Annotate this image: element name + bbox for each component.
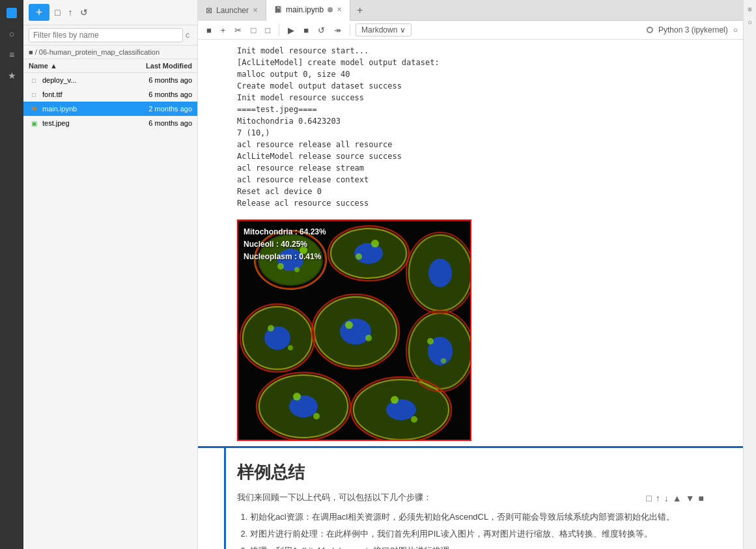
image-annotation: Mitochondria : 64.23% Nucleoli : 40.25% … (244, 226, 326, 264)
markdown-intro: 我们来回顾一下以上代码，可以包括以下几个步骤： □ ↑ ↓ ▲ ▼ ■ (237, 492, 704, 503)
svg-point-24 (289, 395, 318, 417)
svg-point-46 (313, 413, 320, 419)
action-up[interactable]: ↑ (656, 493, 660, 503)
svg-point-45 (293, 393, 301, 401)
file-item-test-jpeg[interactable]: ▣ test.jpeg 6 months ago (23, 116, 197, 130)
svg-point-22 (340, 318, 371, 345)
annotation-nucleoli: Nucleoli : 40.25% (244, 238, 326, 251)
kernel-label: Python 3 (ipykernel) (658, 25, 728, 35)
nb-restart-btn[interactable]: ↺ (315, 24, 328, 36)
svg-point-25 (386, 399, 416, 420)
right-sidebar: ≡ ○ (743, 0, 756, 549)
sort-icon[interactable]: ▲ (50, 62, 57, 70)
kernel-status-icon (647, 27, 653, 33)
microscopy-image: Mitochondria : 64.23% Nucleoli : 40.25% … (237, 219, 471, 441)
tab-launcher-label: Launcher (216, 6, 249, 15)
action-move-down[interactable]: ▼ (686, 493, 695, 503)
action-copy[interactable]: □ (646, 493, 651, 503)
annotation-mitochondria: Mitochondria : 64.23% (244, 226, 326, 238)
svg-point-40 (365, 335, 372, 341)
cell-type-label: Markdown (361, 25, 397, 35)
notebook-toolbar: ■ + ✂ □ □ ▶ ■ ↺ ↠ Markdown ∨ Python 3 (i… (198, 21, 743, 40)
svg-point-44 (441, 358, 446, 363)
file-sidebar: + □ ↑ ↺ c ■ / 06-human_protein_map_class… (23, 0, 198, 549)
main-area: ⊠ Launcher ✕ 📓 main.ipynb ✕ + ■ + ✂ □ □ … (198, 0, 743, 549)
tab-launcher-close[interactable]: ✕ (253, 7, 258, 14)
nb-save-btn[interactable]: ■ (203, 24, 215, 36)
search-input[interactable] (29, 28, 183, 42)
nb-run-btn[interactable]: ▶ (285, 24, 298, 36)
nb-stop-btn[interactable]: ■ (300, 24, 312, 36)
svg-point-47 (391, 396, 399, 404)
svg-point-38 (356, 253, 362, 260)
file-icon-page: □ (29, 89, 39, 100)
tab-notebook-close[interactable]: ✕ (337, 6, 342, 13)
breadcrumb: ■ / 06-human_protein_map_classification (23, 46, 197, 59)
action-delete[interactable]: ■ (699, 493, 704, 503)
file-icon-image: ▣ (29, 118, 39, 128)
sidebar-refresh-btn[interactable]: ↺ (77, 6, 91, 19)
tab-notebook-icon: 📓 (274, 6, 282, 13)
cell-type-dropdown[interactable]: Markdown ∨ (356, 23, 412, 36)
svg-point-43 (427, 338, 434, 345)
date-column-header: Last Modified (130, 62, 192, 70)
file-date: 6 months ago (133, 119, 192, 127)
right-icon-1[interactable]: ≡ (748, 5, 751, 13)
markdown-actions: □ ↑ ↓ ▲ ▼ ■ (646, 492, 704, 503)
sidebar-folder-btn[interactable]: □ (52, 6, 63, 19)
toolbar-separator (279, 24, 279, 36)
nb-restart-run-btn[interactable]: ↠ (331, 24, 344, 36)
activity-files[interactable] (3, 4, 21, 22)
tab-bar: ⊠ Launcher ✕ 📓 main.ipynb ✕ + (198, 0, 743, 21)
file-name: font.ttf (42, 91, 133, 98)
action-down[interactable]: ↓ (664, 493, 669, 503)
right-icon-2[interactable]: ○ (748, 18, 752, 26)
svg-point-42 (288, 345, 293, 350)
intro-text: 我们来回顾一下以上代码，可以包括以下几个步骤： (237, 492, 432, 503)
step-3: 推理：利用AclLiteModel.execute接口对图片进行推理。 (250, 542, 704, 549)
nb-paste-btn[interactable]: □ (262, 24, 273, 36)
markdown-content: 样例总结 我们来回顾一下以上代码，可以包括以下几个步骤： □ ↑ ↓ ▲ ▼ ■… (198, 446, 743, 549)
file-name: main.ipynb (42, 105, 133, 113)
kernel-idle-icon: ○ (733, 25, 738, 35)
file-item-deploy[interactable]: □ deploy_v... 6 months ago (23, 73, 197, 87)
nb-add-cell-btn[interactable]: + (217, 24, 229, 36)
activity-circle[interactable]: ○ (3, 25, 21, 43)
file-item-main-notebook[interactable]: M main.ipynb 2 months ago (23, 102, 197, 116)
search-clear[interactable]: c (183, 31, 192, 40)
tab-notebook-label: main.ipynb (286, 5, 324, 14)
notebook-content: Init model resource start... [AclLiteMod… (198, 40, 743, 549)
activity-star[interactable]: ★ (3, 66, 21, 85)
file-icon-notebook: M (29, 104, 39, 114)
name-column-header: Name (29, 62, 48, 70)
tab-unsaved-dot (328, 7, 333, 12)
svg-point-36 (294, 267, 300, 272)
nb-cut-btn[interactable]: ✂ (231, 24, 245, 36)
file-date: 2 months ago (133, 105, 192, 113)
file-item-font[interactable]: □ font.ttf 6 months ago (23, 87, 197, 102)
markdown-cell: 样例总结 我们来回顾一下以上代码，可以包括以下几个步骤： □ ↑ ↓ ▲ ▼ ■… (198, 446, 743, 549)
search-bar: c (23, 25, 197, 46)
svg-point-19 (354, 243, 383, 264)
svg-point-41 (268, 325, 274, 331)
tab-main-notebook[interactable]: 📓 main.ipynb ✕ (266, 0, 350, 21)
svg-point-39 (345, 321, 353, 329)
file-name: deploy_v... (42, 76, 133, 84)
tab-launcher[interactable]: ⊠ Launcher ✕ (198, 0, 266, 21)
nb-copy-btn[interactable]: □ (247, 24, 259, 36)
action-move-up[interactable]: ▲ (673, 493, 682, 503)
left-activity-bar: ○ ≡ ★ (0, 0, 23, 549)
tab-launcher-icon: ⊠ (206, 6, 212, 15)
file-icon-page: □ (29, 75, 39, 85)
svg-point-35 (277, 263, 284, 270)
activity-menu[interactable]: ≡ (3, 46, 21, 64)
step-1: 初始化acl资源：在调用acl相关资源时，必须先初始化AscendCL，否则可能… (250, 509, 704, 526)
new-button[interactable]: + (29, 4, 49, 21)
svg-point-48 (411, 416, 417, 423)
sidebar-toolbar: + □ ↑ ↺ (23, 0, 197, 25)
file-date: 6 months ago (133, 76, 192, 84)
tab-add-button[interactable]: + (350, 5, 369, 16)
markdown-steps-list: 初始化acl资源：在调用acl相关资源时，必须先初始化AscendCL，否则可能… (237, 509, 704, 549)
sidebar-upload-btn[interactable]: ↑ (65, 6, 75, 19)
step-2: 对图片进行前处理：在此样例中，我们首先利用PIL读入图片，再对图片进行缩放、格式… (250, 526, 704, 542)
